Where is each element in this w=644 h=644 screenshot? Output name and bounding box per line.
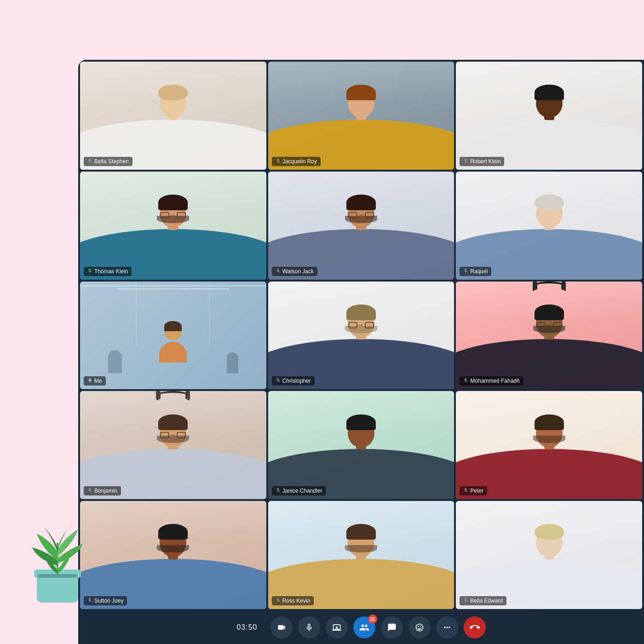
participant-name: Me	[94, 378, 102, 384]
more-button[interactable]	[436, 616, 458, 638]
name-tag-ross-kevin: Ross Kevin	[272, 596, 314, 605]
mic-status-icon	[463, 488, 468, 494]
participant-name: Thomas Klein	[94, 268, 128, 275]
mic-status-icon	[463, 598, 468, 604]
mic-status-icon	[276, 488, 281, 494]
video-cell-peter: Peter	[456, 391, 642, 499]
name-tag-sutton-joey: Sutton Joey	[84, 596, 127, 605]
video-grid: Bella Stephen Jacquelin Roy	[78, 60, 644, 611]
participant-name: Sutton Joey	[94, 598, 123, 604]
video-button[interactable]	[270, 616, 293, 638]
participants-badge: 25	[368, 615, 377, 624]
participant-name: Bella Edward	[470, 598, 503, 604]
video-cell-me: Me	[80, 282, 266, 390]
plant-decoration	[28, 506, 83, 598]
mic-status-icon	[276, 378, 281, 384]
name-tag-mohammed-fahadh: Mohammed Fahadh	[460, 376, 523, 385]
participant-name: Robert Klein	[470, 158, 500, 165]
video-cell-watson-jack: Watson Jack	[268, 172, 454, 280]
participants-button[interactable]: 25	[353, 616, 375, 638]
video-cell-janice-chandler: Janice Chandler	[268, 391, 454, 499]
name-tag-peter: Peter	[460, 486, 487, 495]
participant-name: Watson Jack	[282, 268, 314, 275]
video-cell-jacquelin-roy: Jacquelin Roy	[268, 62, 454, 170]
mic-status-icon	[463, 158, 468, 165]
video-cell-mohammed-fahadh: Mohammed Fahadh	[456, 282, 642, 390]
participant-name: Bella Stephen	[94, 158, 129, 165]
name-tag-bella-stephen: Bella Stephen	[84, 157, 132, 166]
participant-name: Jacquelin Roy	[282, 158, 317, 165]
video-cell-benjamin: Benjamin	[80, 391, 266, 499]
video-cell-raquel: Raquel	[456, 172, 642, 280]
video-cell-thomas-klein: Thomas Klein	[80, 172, 266, 280]
call-timer: 03:50	[236, 623, 257, 632]
mic-status-icon	[87, 158, 92, 165]
name-tag-janice-chandler: Janice Chandler	[272, 486, 326, 495]
video-cell-bella-stephen: Bella Stephen	[80, 62, 266, 170]
name-tag-christopher: Christopher	[272, 376, 315, 385]
mic-status-icon	[87, 378, 92, 384]
chat-button[interactable]	[381, 616, 403, 638]
name-tag-benjamin: Benjamin	[84, 486, 121, 495]
video-cell-bella-edward: Bella Edward	[456, 501, 642, 609]
mic-button[interactable]	[298, 616, 320, 638]
mic-status-icon	[463, 378, 468, 384]
participant-name: Ross Kevin	[282, 598, 310, 604]
participant-name: Mohammed Fahadh	[470, 378, 519, 384]
participant-name: Peter	[470, 488, 483, 494]
video-cell-robert-klein: Robert Klein	[456, 62, 642, 170]
mic-status-icon	[87, 268, 92, 275]
toolbar: 03:50 25	[78, 611, 644, 644]
share-screen-button[interactable]	[326, 616, 348, 638]
participant-name: Janice Chandler	[282, 488, 322, 494]
mic-status-icon	[87, 598, 92, 604]
mic-status-icon	[276, 268, 281, 275]
end-call-button[interactable]	[464, 616, 486, 638]
name-tag-jacquelin-roy: Jacquelin Roy	[272, 157, 321, 166]
mic-status-icon	[87, 488, 92, 494]
svg-rect-2	[38, 574, 77, 578]
mic-status-icon	[276, 158, 281, 165]
video-conference-window: Bella Stephen Jacquelin Roy	[78, 60, 644, 644]
name-tag-raquel: Raquel	[460, 267, 491, 276]
participant-name: Raquel	[470, 268, 488, 275]
participant-name: Christopher	[282, 378, 311, 384]
name-tag-watson-jack: Watson Jack	[272, 267, 317, 276]
video-cell-ross-kevin: Ross Kevin	[268, 501, 454, 609]
name-tag-me: Me	[84, 376, 106, 385]
mic-status-icon	[463, 268, 468, 275]
video-cell-sutton-joey: Sutton Joey	[80, 501, 266, 609]
name-tag-robert-klein: Robert Klein	[460, 157, 504, 166]
video-cell-christopher: Christopher	[268, 282, 454, 390]
participant-name: Benjamin	[94, 488, 117, 494]
name-tag-bella-edward: Bella Edward	[460, 596, 506, 605]
name-tag-thomas-klein: Thomas Klein	[84, 267, 132, 276]
reactions-button[interactable]	[408, 616, 431, 638]
mic-status-icon	[276, 598, 281, 604]
